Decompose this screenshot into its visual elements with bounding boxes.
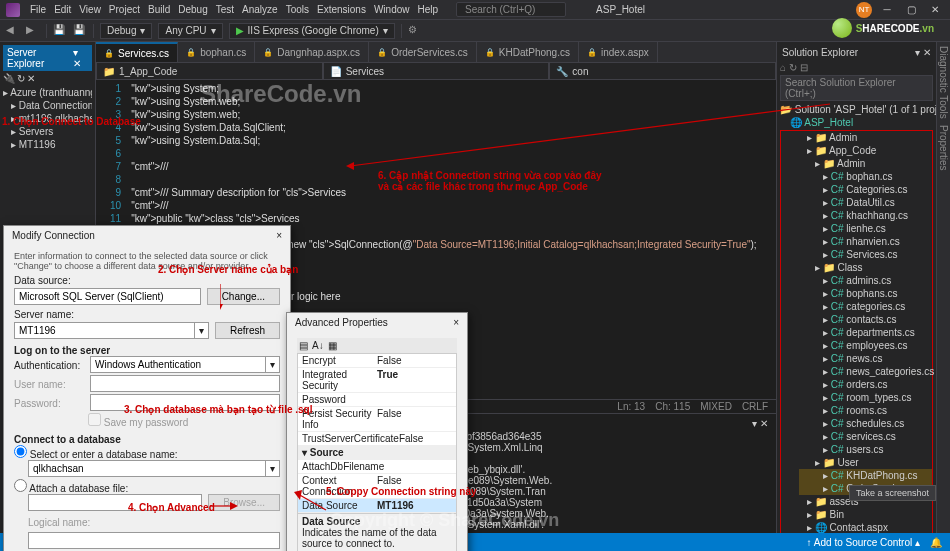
solution-tree-item[interactable]: ▸ 🌐 Contact.aspx xyxy=(799,521,932,533)
class-dropdown[interactable]: 📄 Services xyxy=(323,62,550,80)
diagnostic-tools-tab[interactable]: Diagnostic Tools xyxy=(938,46,949,119)
solution-tree-item[interactable]: ▸ 📁 Class xyxy=(799,261,932,274)
server-tree-item[interactable]: ▸ Servers xyxy=(3,125,92,138)
prop-icon[interactable]: ▦ xyxy=(328,340,337,351)
solution-tree-item[interactable]: ▸ C# KHDatPhong.cs xyxy=(799,469,932,482)
solution-tree-item[interactable]: ▸ C# DataUtil.cs xyxy=(799,196,932,209)
solution-tree-item[interactable]: ▸ C# rooms.cs xyxy=(799,404,932,417)
solution-node[interactable]: 📂 Solution 'ASP_Hotel' (1 of 1 project) xyxy=(780,103,933,116)
save-icon[interactable]: 💾 xyxy=(53,24,67,38)
connect-db-header: Connect to a database xyxy=(14,434,280,445)
add-source-control[interactable]: ↑ Add to Source Control ▴ xyxy=(807,537,920,548)
menu-window[interactable]: Window xyxy=(374,4,410,15)
select-db-radio[interactable] xyxy=(14,445,27,458)
data-source-input[interactable] xyxy=(14,288,201,305)
attach-db-radio[interactable] xyxy=(14,479,27,492)
menu-analyze[interactable]: Analyze xyxy=(242,4,278,15)
editor-tab[interactable]: 🔒Dangnhap.aspx.cs xyxy=(255,42,369,62)
platform-combo[interactable]: Any CPU ▾ xyxy=(158,23,222,39)
forward-icon[interactable]: ▶ xyxy=(26,24,40,38)
solution-tree-item[interactable]: ▸ C# users.cs xyxy=(799,443,932,456)
close-button[interactable]: ✕ xyxy=(926,4,944,15)
close-icon[interactable]: × xyxy=(276,230,282,241)
solution-tree-item[interactable]: ▸ C# room_types.cs xyxy=(799,391,932,404)
solution-tree-item[interactable]: ▸ C# bophan.cs xyxy=(799,170,932,183)
solution-tree-item[interactable]: ▸ C# bophans.cs xyxy=(799,287,932,300)
properties-tab[interactable]: Properties xyxy=(938,125,949,171)
menu-project[interactable]: Project xyxy=(109,4,140,15)
menu-extensions[interactable]: Extensions xyxy=(317,4,366,15)
quick-search-input[interactable]: Search (Ctrl+Q) xyxy=(456,2,566,17)
solution-tree-item[interactable]: ▸ 📁 Bin xyxy=(799,508,932,521)
solution-tree-item[interactable]: ▸ 📁 Admin xyxy=(799,131,932,144)
namespace-dropdown[interactable]: 📁 1_App_Code xyxy=(96,62,323,80)
server-tree-item[interactable]: ▸ MT1196 xyxy=(3,138,92,151)
close-icon[interactable]: × xyxy=(453,317,459,328)
connect-icon[interactable]: 🔌 xyxy=(3,73,15,84)
cat-icon[interactable]: ▤ xyxy=(299,340,308,351)
refresh-button[interactable]: Refresh xyxy=(215,322,280,339)
solution-tree-item[interactable]: ▸ 📁 User xyxy=(799,456,932,469)
editor-tab[interactable]: 🔒Services.cs xyxy=(96,42,178,62)
editor-tab[interactable]: 🔒index.aspx xyxy=(579,42,658,62)
solution-tree-item[interactable]: ▸ C# news_categories.cs xyxy=(799,365,932,378)
editor-tab[interactable]: 🔒bophan.cs xyxy=(178,42,255,62)
solution-tree-item[interactable]: ▸ C# employees.cs xyxy=(799,339,932,352)
solution-tree-item[interactable]: ▸ C# news.cs xyxy=(799,352,932,365)
solution-tree-item[interactable]: ▸ C# categories.cs xyxy=(799,300,932,313)
minimize-button[interactable]: ─ xyxy=(878,4,896,15)
menu-edit[interactable]: Edit xyxy=(54,4,71,15)
stop-icon[interactable]: ✕ xyxy=(27,73,35,84)
maximize-button[interactable]: ▢ xyxy=(902,4,920,15)
server-tree-item[interactable]: ▸ Azure (tranthuanngoctn97@...) xyxy=(3,86,92,99)
user-avatar[interactable]: NT xyxy=(856,2,872,18)
take-screenshot-button[interactable]: Take a screenshot xyxy=(849,485,936,501)
solution-tree-item[interactable]: ▸ 📁 App_Code xyxy=(799,144,932,157)
editor-tab[interactable]: 🔒KHDatPhong.cs xyxy=(477,42,579,62)
output-close-icon[interactable]: ▾ ✕ xyxy=(752,418,768,429)
solution-tree-item[interactable]: ▸ C# khachhang.cs xyxy=(799,209,932,222)
change-button[interactable]: Change... xyxy=(207,288,280,305)
back-icon[interactable]: ◀ xyxy=(6,24,20,38)
collapse-icon[interactable]: ⊟ xyxy=(800,62,808,73)
menu-help[interactable]: Help xyxy=(417,4,438,15)
property-grid[interactable]: EncryptFalseIntegrated SecurityTruePassw… xyxy=(297,353,457,514)
solution-tree-item[interactable]: ▸ C# services.cs xyxy=(799,430,932,443)
solution-tree-item[interactable]: ▸ C# schedules.cs xyxy=(799,417,932,430)
project-node[interactable]: 🌐 ASP_Hotel xyxy=(780,116,933,129)
menu-tools[interactable]: Tools xyxy=(286,4,309,15)
server-name-input[interactable] xyxy=(14,322,195,339)
save-all-icon[interactable]: 💾 xyxy=(73,24,87,38)
menu-test[interactable]: Test xyxy=(216,4,234,15)
member-dropdown[interactable]: 🔧 con xyxy=(549,62,776,80)
run-button[interactable]: ▶ IIS Express (Google Chrome) ▾ xyxy=(229,23,395,39)
solution-search-input[interactable]: Search Solution Explorer (Ctrl+;) xyxy=(780,75,933,101)
refresh-icon[interactable]: ↻ xyxy=(17,73,25,84)
solution-tree-item[interactable]: ▸ C# Services.cs xyxy=(799,248,932,261)
editor-tab[interactable]: 🔒OrderServices.cs xyxy=(369,42,477,62)
solution-tree-item[interactable]: ▸ C# Categories.cs xyxy=(799,183,932,196)
solution-tree-item[interactable]: ▸ C# orders.cs xyxy=(799,378,932,391)
auth-combo[interactable] xyxy=(90,356,266,373)
solution-tree-item[interactable]: ▸ C# lienhe.cs xyxy=(799,222,932,235)
db-name-input[interactable] xyxy=(28,460,266,477)
solution-tree-item[interactable]: ▸ C# admins.cs xyxy=(799,274,932,287)
panel-pin-icon[interactable]: ▾ ✕ xyxy=(73,47,88,69)
az-icon[interactable]: A↓ xyxy=(312,340,324,351)
refresh-icon[interactable]: ↻ xyxy=(789,62,797,73)
menu-view[interactable]: View xyxy=(79,4,101,15)
solution-tree-item[interactable]: ▸ C# nhanvien.cs xyxy=(799,235,932,248)
server-tree-item[interactable]: ▸ mt1196.qlkhachsan.dbo xyxy=(3,112,92,125)
notifications-icon[interactable]: 🔔 xyxy=(930,537,942,548)
menu-file[interactable]: File xyxy=(30,4,46,15)
config-combo[interactable]: Debug ▾ xyxy=(100,23,152,39)
panel-controls[interactable]: ▾ ✕ xyxy=(915,47,931,58)
menu-debug[interactable]: Debug xyxy=(178,4,207,15)
solution-tree-item[interactable]: ▸ C# departments.cs xyxy=(799,326,932,339)
menu-build[interactable]: Build xyxy=(148,4,170,15)
toolbar-icon[interactable]: ⚙ xyxy=(408,24,422,38)
solution-tree-item[interactable]: ▸ C# contacts.cs xyxy=(799,313,932,326)
home-icon[interactable]: ⌂ xyxy=(780,62,786,73)
server-tree-item[interactable]: ▸ Data Connections xyxy=(3,99,92,112)
solution-tree-item[interactable]: ▸ 📁 Admin xyxy=(799,157,932,170)
